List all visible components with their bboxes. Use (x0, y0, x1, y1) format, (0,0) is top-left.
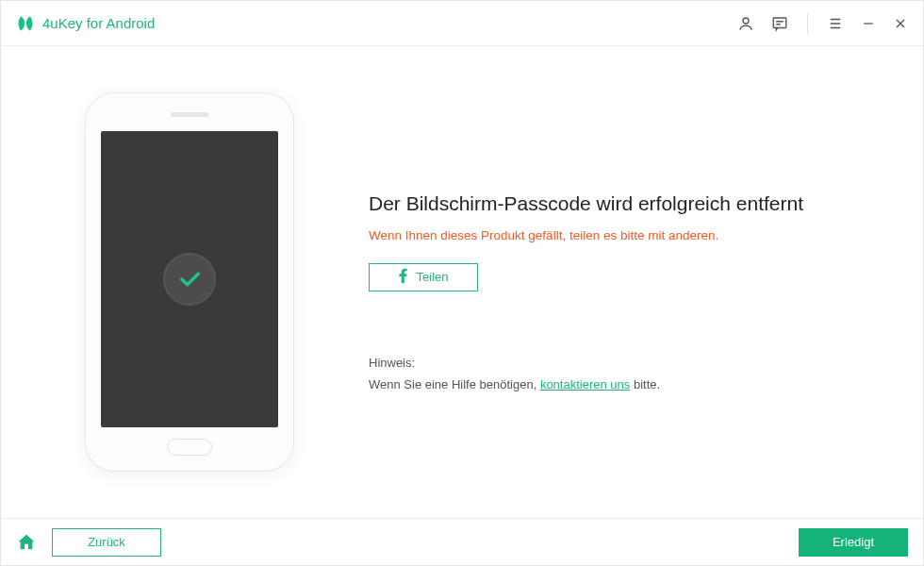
logo-icon (16, 14, 35, 33)
facebook-icon (399, 268, 407, 286)
close-icon[interactable] (893, 16, 908, 31)
hint-label: Hinweis: (369, 356, 876, 370)
hint-text: Wenn Sie eine Hilfe benötigen, kontaktie… (369, 377, 876, 391)
footer-bar: Zurück Erledigt (1, 518, 923, 565)
phone-home-button (167, 439, 212, 456)
hint-block: Hinweis: Wenn Sie eine Hilfe benötigen, … (369, 356, 876, 391)
info-column: Der Bildschirm-Passcode wird erfolgreich… (369, 174, 876, 391)
minimize-icon[interactable] (861, 16, 876, 31)
svg-point-0 (743, 18, 749, 24)
success-check-icon (163, 253, 216, 306)
sub-headline: Wenn Ihnen dieses Produkt gefällt, teile… (369, 228, 876, 242)
app-title: 4uKey for Android (42, 15, 155, 31)
main-content: Der Bildschirm-Passcode wird erfolgreich… (1, 46, 923, 518)
home-icon[interactable] (16, 532, 37, 553)
back-button[interactable]: Zurück (52, 528, 161, 557)
app-window: 4uKey for Android (0, 0, 924, 566)
hint-prefix: Wenn Sie eine Hilfe benötigen, (369, 377, 540, 391)
share-label: Teilen (417, 270, 449, 284)
account-icon[interactable] (737, 15, 754, 32)
title-bar: 4uKey for Android (1, 1, 923, 46)
title-right (737, 13, 908, 34)
contact-link[interactable]: kontaktieren uns (540, 377, 630, 391)
phone-illustration (48, 93, 331, 471)
done-button[interactable]: Erledigt (799, 528, 908, 557)
share-button[interactable]: Teilen (369, 263, 478, 291)
hint-suffix: bitte. (630, 377, 660, 391)
feedback-icon[interactable] (771, 15, 788, 32)
phone-frame (86, 93, 293, 471)
headline: Der Bildschirm-Passcode wird erfolgreich… (369, 192, 876, 215)
title-separator (807, 13, 808, 34)
title-left: 4uKey for Android (16, 14, 155, 33)
phone-speaker (171, 112, 208, 117)
menu-icon[interactable] (827, 15, 844, 32)
svg-rect-1 (773, 18, 786, 28)
phone-screen (101, 131, 278, 427)
